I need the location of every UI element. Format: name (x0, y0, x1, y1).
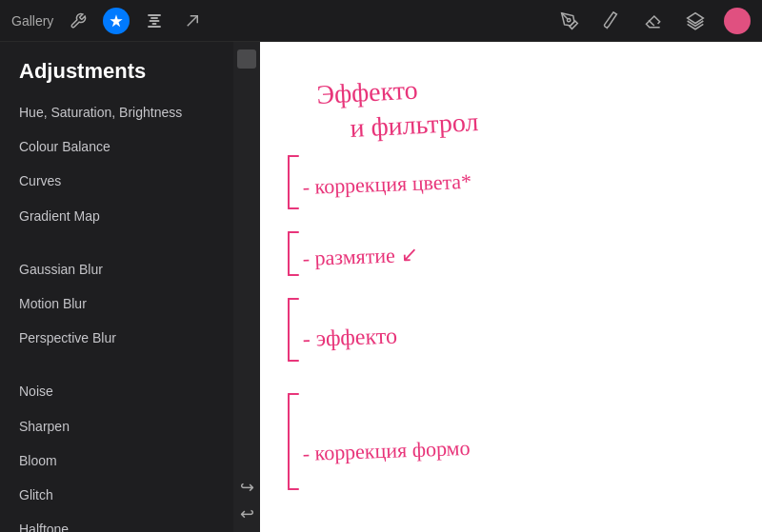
sidebar-item-hue[interactable]: Hue, Saturation, Brightness (0, 95, 233, 129)
svg-line-0 (188, 15, 198, 26)
svg-text:- коррекция цвета*: - коррекция цвета* (302, 169, 471, 199)
gallery-button[interactable]: Gallery (11, 13, 53, 29)
toolbar-left: Gallery (11, 8, 206, 34)
sidebar-title: Adjustments (0, 42, 233, 95)
pen-tool-button[interactable] (556, 8, 583, 34)
undo-button[interactable]: ↩ (240, 477, 254, 498)
arrow-tool-button[interactable] (179, 8, 206, 34)
sidebar-item-curves[interactable]: Curves (0, 164, 233, 198)
sidebar-item-gaussian-blur[interactable]: Gaussian Blur (0, 252, 233, 286)
canvas-paper: Эффекто и фильтрол - коррекция цвета* - … (260, 42, 762, 532)
left-panel: ↩ ↩ (233, 42, 260, 532)
svg-text:- коррекция формо: - коррекция формо (302, 436, 471, 465)
svg-text:- эффекто: - эффекто (302, 324, 397, 351)
sidebar-item-bloom[interactable]: Bloom (0, 443, 233, 478)
sidebar-item-noise[interactable]: Noise (0, 374, 233, 408)
sidebar-item-sharpen[interactable]: Sharpen (0, 409, 233, 443)
avatar[interactable] (724, 8, 751, 34)
canvas-drawing: Эффекто и фильтрол - коррекция цвета* - … (260, 42, 762, 532)
toolbar-right (556, 8, 751, 34)
divider-1 (0, 233, 233, 252)
eraser-tool-button[interactable] (640, 8, 667, 34)
svg-text:и фильтрол: и фильтрол (350, 107, 479, 143)
divider-2 (0, 355, 233, 374)
s-tool-button[interactable] (141, 8, 168, 34)
main-area: Adjustments Hue, Saturation, Brightness … (0, 42, 762, 532)
svg-text:Эффекто: Эффекто (316, 74, 419, 109)
left-ctrl-1[interactable] (237, 49, 256, 69)
svg-text:- размятие ↙: - размятие ↙ (302, 243, 417, 270)
sidebar-item-gradient-map[interactable]: Gradient Map (0, 199, 233, 233)
sidebar-item-colour-balance[interactable]: Colour Balance (0, 129, 233, 164)
sidebar: Adjustments Hue, Saturation, Brightness … (0, 42, 233, 532)
wrench-tool-button[interactable] (65, 8, 91, 34)
brush-tool-button[interactable] (598, 8, 625, 34)
toolbar: Gallery (0, 0, 762, 42)
sidebar-item-glitch[interactable]: Glitch (0, 478, 233, 512)
layers-button[interactable] (682, 8, 709, 34)
redo-button[interactable]: ↩ (240, 503, 254, 524)
auto-tool-button[interactable] (103, 8, 130, 34)
svg-point-1 (568, 18, 571, 21)
sidebar-item-perspective-blur[interactable]: Perspective Blur (0, 321, 233, 355)
sidebar-item-motion-blur[interactable]: Motion Blur (0, 286, 233, 321)
sidebar-item-halftone[interactable]: Halftone (0, 512, 233, 532)
canvas-area[interactable]: Эффекто и фильтрол - коррекция цвета* - … (260, 42, 762, 532)
